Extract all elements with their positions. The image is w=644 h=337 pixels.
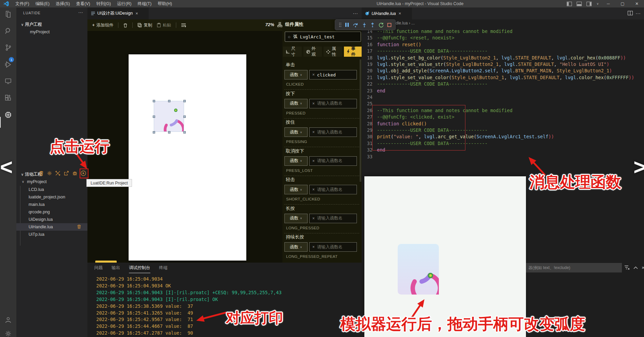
prop-tab-事件[interactable]: 事件: [344, 47, 362, 57]
clear-icon[interactable]: ×: [312, 72, 315, 77]
copy-button[interactable]: 复制: [137, 22, 152, 28]
remote-explorer-icon[interactable]: [4, 77, 12, 85]
close-tab-icon[interactable]: ×: [399, 11, 401, 16]
account-icon[interactable]: [4, 316, 12, 324]
gear-icon[interactable]: [47, 171, 52, 176]
add-component-button[interactable]: +添加组件: [92, 22, 113, 28]
section-user-project[interactable]: ∨用户工程: [21, 22, 42, 28]
event-function-input[interactable]: ×clicked: [309, 70, 357, 79]
layer-list-icon[interactable]: [181, 23, 186, 28]
tab-uihandle-lua[interactable]: UiHandle.lua ×: [362, 7, 412, 19]
trash-icon[interactable]: [39, 171, 44, 176]
settings-gear-icon[interactable]: [4, 330, 12, 337]
event-type-dropdown[interactable]: 函数∨: [284, 242, 308, 252]
clear-icon[interactable]: ×: [312, 159, 315, 163]
arc-widget-preview[interactable]: [154, 101, 184, 131]
design-screen-canvas[interactable]: [129, 54, 246, 261]
tree-item-luatide_project.json[interactable]: luatide_project.json: [16, 193, 87, 201]
grip-icon[interactable]: [339, 22, 342, 27]
panel-tab-问题[interactable]: 问题: [94, 265, 103, 273]
extensions-icon[interactable]: [4, 94, 12, 102]
editor-actions-more-icon[interactable]: ···: [635, 10, 641, 16]
prop-tab-外观[interactable]: 外观: [303, 47, 322, 57]
tree-item-UiHandle.lua[interactable]: UiHandle.lua: [16, 223, 87, 231]
prop-tab-属性[interactable]: 属性: [324, 47, 342, 57]
selection-handle[interactable]: [153, 116, 155, 118]
clear-icon[interactable]: ×: [312, 130, 315, 135]
panel-tab-调试控制台[interactable]: 调试控制台: [129, 265, 150, 273]
event-type-dropdown[interactable]: 函数∨: [284, 99, 308, 108]
selection-handle[interactable]: [183, 131, 186, 134]
delete-component-icon[interactable]: [123, 23, 128, 28]
selection-handle[interactable]: [183, 100, 186, 102]
toggle-panel-icon[interactable]: [577, 2, 582, 6]
clear-icon[interactable]: ×: [312, 216, 315, 221]
clear-icon[interactable]: ×: [312, 101, 315, 106]
page-prev-chevron[interactable]: <: [0, 155, 13, 180]
breadcrumb[interactable]: dle.lua › ...: [396, 21, 415, 25]
menu-编辑(E)[interactable]: 编辑(E): [32, 1, 53, 7]
tab-ui-designer[interactable]: UI设计器:UiDesign ×: [87, 7, 149, 19]
selection-handle[interactable]: [183, 116, 186, 118]
tree-item-UiDesign.lua[interactable]: UiDesign.lua: [16, 216, 87, 223]
tree-item-LCD.lua[interactable]: LCD.lua: [16, 186, 87, 193]
event-function-input[interactable]: ×请输入函数名: [309, 214, 357, 223]
event-function-input[interactable]: ×请输入函数名: [309, 156, 357, 166]
bug-icon[interactable]: [72, 171, 78, 176]
menu-文件(F)[interactable]: 文件(F): [12, 1, 32, 7]
explorer-icon[interactable]: [4, 10, 12, 18]
collapse-panel-icon[interactable]: [633, 266, 638, 269]
filter-icon[interactable]: [624, 265, 630, 270]
code-editor[interactable]: 14--This function name and notes cannot …: [362, 27, 644, 176]
page-next-chevron[interactable]: >: [633, 155, 644, 180]
event-type-dropdown[interactable]: 函数∨: [284, 214, 308, 223]
stop-icon[interactable]: [387, 23, 392, 27]
selection-handle[interactable]: [168, 131, 170, 134]
minimize-button[interactable]: ─: [601, 0, 615, 7]
pause-icon[interactable]: [345, 22, 349, 27]
split-editor-icon[interactable]: [628, 11, 633, 15]
close-panel-icon[interactable]: ×: [642, 265, 644, 270]
paste-button[interactable]: 粘贴: [157, 22, 171, 28]
event-type-dropdown[interactable]: 函数∨: [284, 185, 308, 194]
event-function-input[interactable]: ×请输入函数名: [309, 99, 357, 108]
maximize-button[interactable]: ▢: [615, 0, 630, 7]
menu-查看(V)[interactable]: 查看(V): [73, 1, 93, 7]
event-type-dropdown[interactable]: 函数∨: [284, 127, 308, 137]
step-over-icon[interactable]: [353, 22, 358, 28]
menu-运行(R)[interactable]: 运行(R): [114, 1, 134, 7]
toggle-secondary-sidebar-icon[interactable]: [587, 2, 592, 6]
panel-tab-终端[interactable]: 终端: [159, 265, 168, 273]
event-function-input[interactable]: ×请输入函数名: [309, 127, 357, 137]
selection-handle[interactable]: [153, 100, 155, 102]
step-into-icon[interactable]: [362, 22, 367, 28]
source-control-icon[interactable]: [4, 43, 12, 52]
prop-tab-尺寸[interactable]: 尺寸: [283, 47, 302, 57]
fit-view-icon[interactable]: [277, 22, 282, 27]
clear-icon[interactable]: ×: [312, 245, 315, 249]
event-type-dropdown[interactable]: 函数∨: [284, 70, 308, 79]
delete-file-icon[interactable]: [77, 224, 81, 229]
toggle-sidebar-icon[interactable]: [567, 2, 572, 6]
menu-帮助(H)[interactable]: 帮助(H): [154, 1, 175, 7]
menu-转到(G)[interactable]: 转到(G): [93, 1, 114, 7]
panel-tab-输出[interactable]: 输出: [112, 265, 120, 273]
restart-icon[interactable]: [379, 22, 384, 28]
editor-actions-more-icon[interactable]: ···: [353, 10, 358, 16]
tree-item-UiTp.lua[interactable]: UiTp.lua: [16, 231, 87, 238]
clear-icon[interactable]: ×: [312, 187, 315, 192]
widget-selector[interactable]: ○ 弧 LvglArc1_test: [285, 32, 361, 42]
selection-handle[interactable]: [153, 131, 155, 134]
close-tab-icon[interactable]: ×: [135, 11, 138, 16]
properties-scrollbar[interactable]: [360, 59, 361, 182]
menu-选择(S)[interactable]: 选择(S): [53, 1, 73, 7]
selection-handle[interactable]: [168, 100, 170, 102]
tree-item-main.lua[interactable]: main.lua: [16, 201, 87, 208]
user-project-item[interactable]: myProject: [30, 29, 50, 34]
tree-item-project[interactable]: ∨ myProject: [16, 178, 87, 185]
menu-终端(T)[interactable]: 终端(T): [134, 1, 154, 7]
tree-item-qrcode.png[interactable]: qrcode.png: [16, 208, 87, 216]
close-button[interactable]: ✕: [630, 0, 644, 7]
luatide-chip-icon[interactable]: [4, 111, 12, 119]
search-icon[interactable]: [4, 27, 12, 35]
